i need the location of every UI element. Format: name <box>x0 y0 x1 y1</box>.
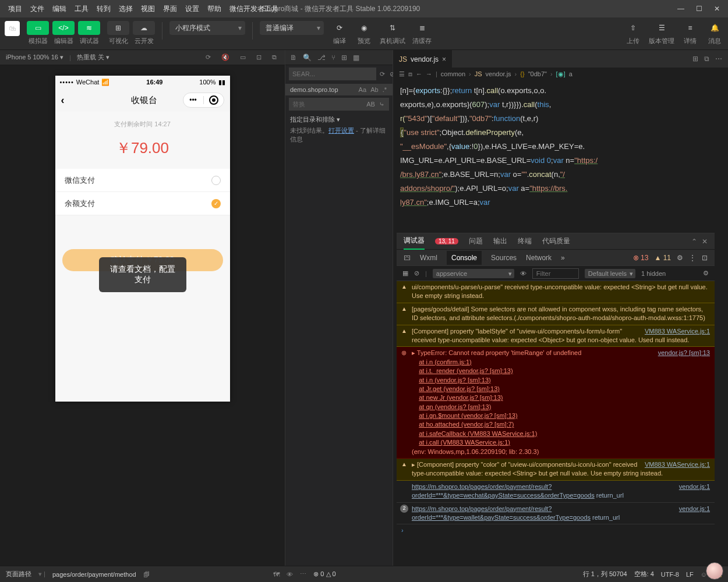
popout-icon[interactable]: ⧉ <box>270 54 279 61</box>
open-settings-link[interactable]: 打开设置 <box>328 127 354 134</box>
filter-input[interactable] <box>532 268 579 279</box>
menu-edit[interactable]: 编辑 <box>49 4 70 14</box>
avatar[interactable] <box>706 562 723 580</box>
output-tab[interactable]: 输出 <box>493 236 507 246</box>
close-panel-icon[interactable]: ✕ <box>702 237 708 246</box>
log-row-error[interactable]: vendor.js? [sm]:13 ▸ TypeError: Cannot r… <box>397 347 715 459</box>
files-icon[interactable]: 🗎 <box>290 54 297 62</box>
console-tab[interactable]: Console <box>447 251 482 265</box>
menu-interface[interactable]: 界面 <box>160 4 181 14</box>
regex-icon[interactable]: .* <box>381 86 388 93</box>
sources-tab[interactable]: Sources <box>491 254 517 262</box>
copy-path-icon[interactable]: 🗐 <box>143 571 150 578</box>
context-select[interactable]: appservice <box>433 269 514 278</box>
minimize-icon[interactable]: — <box>677 5 684 13</box>
capsule-menu-icon[interactable]: ••• <box>183 96 203 104</box>
eye-icon[interactable]: 👁 <box>520 270 526 277</box>
log-row[interactable]: 2vendor.js:1https://m.shopro.top/pages/o… <box>397 503 715 525</box>
case-sensitive-icon[interactable]: Aa <box>358 86 367 93</box>
crumb-key[interactable]: "0db7" <box>528 70 547 77</box>
crumb-file[interactable]: vendor.js <box>486 70 511 77</box>
log-row[interactable]: vendor.js:1https://m.shopro.top/pages/or… <box>397 481 715 503</box>
preview-icon[interactable]: ◉ <box>355 21 373 35</box>
dock-icon[interactable]: ⊡ <box>702 254 708 262</box>
breadcrumb-icon-bar[interactable]: ☰ <box>399 70 405 78</box>
remote-debug-icon[interactable]: ⇅ <box>384 21 401 35</box>
crumb-common[interactable]: common <box>441 70 465 77</box>
rotate-icon[interactable]: ⊡ <box>254 54 264 61</box>
message-icon[interactable]: 🔔 <box>706 21 723 35</box>
visual-button[interactable]: ⊞ <box>107 21 129 35</box>
quality-tab[interactable]: 代码质量 <box>542 236 570 246</box>
debugger-button[interactable]: ≋ <box>78 21 100 35</box>
hot-reload-select[interactable]: 热重载 关 ▾ <box>77 53 109 62</box>
sidebar-toggle-icon[interactable]: ▦ <box>402 269 408 277</box>
clear-cache-icon[interactable]: ≣ <box>414 21 431 35</box>
tab-close-icon[interactable]: × <box>442 55 446 63</box>
menu-help[interactable]: 帮助 <box>204 4 225 14</box>
console-prompt[interactable]: › <box>397 524 715 536</box>
wxml-tab[interactable]: Wxml <box>420 254 437 262</box>
split-editor-icon[interactable]: ⊞ <box>692 55 698 63</box>
cloud-button[interactable]: ☁ <box>133 21 155 35</box>
branch-icon[interactable]: ⑂ <box>331 54 335 62</box>
log-row[interactable]: ui/components/u-parse/u-parse" received … <box>397 281 715 303</box>
compile-select[interactable]: 普通编译 <box>260 21 324 35</box>
settings-icon[interactable]: ⚙ <box>677 254 683 262</box>
inspect-icon[interactable]: ⮹ <box>404 254 411 262</box>
console-settings-icon[interactable]: ⚙ <box>703 269 709 277</box>
levels-select[interactable]: Default levels <box>585 269 635 278</box>
eol-status[interactable]: LF <box>686 571 694 578</box>
error-count[interactable]: ⊗ 13 <box>633 254 649 262</box>
editor-button[interactable]: </> <box>52 21 75 35</box>
cursor-position[interactable]: 行 1，列 50704 <box>583 570 627 579</box>
menu-goto[interactable]: 转到 <box>93 4 114 14</box>
search-input[interactable] <box>289 68 376 80</box>
collapse-panel-icon[interactable]: ⌃ <box>691 237 697 246</box>
simulator-button[interactable]: ▭ <box>27 21 49 35</box>
whole-word-icon[interactable]: Ab <box>369 86 379 93</box>
menu-project[interactable]: 项目 <box>5 4 26 14</box>
version-icon[interactable]: ☰ <box>653 21 670 35</box>
log-row[interactable]: [pages/goods/detail] Some selectors are … <box>397 303 715 325</box>
console-output[interactable]: ui/components/u-parse/u-parse" received … <box>397 281 715 566</box>
upload-icon[interactable]: ⇧ <box>624 21 642 35</box>
nav-fwd-icon[interactable]: → <box>426 70 432 77</box>
capsule-close-icon[interactable] <box>209 95 218 105</box>
more-tabs-icon[interactable]: » <box>561 254 565 262</box>
device-select[interactable]: iPhone 5 100% 16 ▾ <box>6 54 63 61</box>
issues-tab[interactable]: 问题 <box>469 236 483 246</box>
refresh-search-icon[interactable]: ⟳ <box>379 70 386 78</box>
warn-count[interactable]: ▲ 11 <box>654 254 671 262</box>
bookmark-icon[interactable]: ⧈ <box>408 70 412 78</box>
error-warn-status[interactable]: ⊗ 0 △ 0 <box>313 570 335 578</box>
log-row[interactable]: VM883 WAService.js:1▸ [Component] proper… <box>397 459 715 481</box>
network-tab[interactable]: Network <box>526 254 552 262</box>
clear-console-icon[interactable]: ⊘ <box>414 269 419 277</box>
scope-label[interactable]: 指定目录和排除 ▾ <box>290 115 388 124</box>
terminal-icon[interactable]: ▦ <box>353 54 359 62</box>
devtools-menu-icon[interactable]: ⋮ <box>689 254 696 262</box>
menu-select[interactable]: 选择 <box>115 4 136 14</box>
more-actions-icon[interactable]: ⋯ <box>715 55 722 63</box>
encoding-status[interactable]: UTF-8 <box>661 571 679 578</box>
screenshot-icon[interactable]: ▭ <box>238 54 248 61</box>
mode-select[interactable]: 小程序模式 <box>169 21 245 35</box>
menu-file[interactable]: 文件 <box>27 4 48 14</box>
mute-icon[interactable]: 🔇 <box>219 54 232 61</box>
detail-icon[interactable]: ≡ <box>681 21 699 35</box>
crumb-var[interactable]: a <box>569 70 572 77</box>
debugger-tab[interactable]: 调试器 <box>404 233 425 250</box>
compile-icon[interactable]: ⟳ <box>331 21 348 35</box>
menu-devtools[interactable]: 微信开发者工具 <box>226 4 282 14</box>
more-status-icon[interactable]: ⋯ <box>300 570 306 578</box>
search-result-item[interactable]: demo.shopro.top <box>290 86 338 93</box>
source-control-icon[interactable]: ⎇ <box>317 54 326 62</box>
search-icon[interactable]: 🔍 <box>303 54 312 62</box>
compare-icon[interactable]: ⧉ <box>704 55 709 63</box>
replace-input[interactable]: 替换 <box>292 100 305 109</box>
menu-settings[interactable]: 设置 <box>182 4 203 14</box>
menu-view[interactable]: 视图 <box>137 4 158 14</box>
log-row[interactable]: VM883 WAService.js:1[Component] property… <box>397 325 715 347</box>
preview-eye-icon[interactable]: 👁 <box>287 571 293 578</box>
